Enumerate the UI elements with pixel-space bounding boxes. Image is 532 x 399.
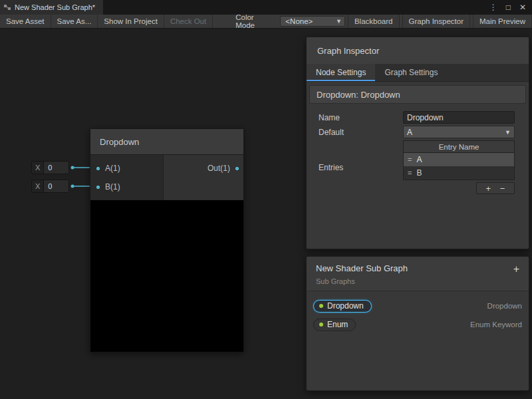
property-type-label: Dropdown <box>487 302 522 310</box>
blackboard-row-enum: Enum Enum Keyword <box>313 315 522 334</box>
chevron-down-icon: ▼ <box>505 129 511 136</box>
default-row: Default A ▼ <box>319 126 515 138</box>
port-b-icon[interactable] <box>96 186 100 189</box>
save-as-button[interactable]: Save As... <box>51 15 98 28</box>
entry-row-a[interactable]: = A <box>404 153 514 166</box>
name-input[interactable] <box>403 111 515 124</box>
property-dot-icon <box>319 304 323 308</box>
port-b-label: B(1) <box>105 182 120 192</box>
color-mode-value: <None> <box>285 17 313 25</box>
blackboard-toggle-button[interactable]: Blackboard <box>348 15 400 28</box>
x-component-label: X <box>32 164 43 172</box>
close-icon[interactable]: ✕ <box>519 3 526 11</box>
input-a-value-field[interactable]: 0 <box>43 162 68 174</box>
edge-endpoint-dot <box>71 166 74 170</box>
node-settings-section-header: Dropdown: Dropdown <box>309 85 526 104</box>
property-name: Enum <box>327 320 348 329</box>
edge-endpoint-dot <box>71 185 74 188</box>
blackboard-row-dropdown: Dropdown Dropdown <box>313 297 522 315</box>
entry-name: B <box>416 168 422 178</box>
property-type-label: Enum Keyword <box>470 321 522 329</box>
section-title-text: Dropdown: Dropdown <box>317 90 400 100</box>
name-label: Name <box>319 113 403 122</box>
node-preview <box>90 200 243 352</box>
entries-label: Entries <box>319 163 403 172</box>
entries-list-header: Entry Name <box>404 141 514 153</box>
drag-handle-icon[interactable]: = <box>408 169 412 177</box>
node-input-column: A(1) B(1) <box>90 155 164 200</box>
entry-row-b[interactable]: = B <box>404 166 514 180</box>
document-tab[interactable]: New Shader Sub Graph* <box>0 0 103 15</box>
check-out-button: Check Out <box>164 15 213 28</box>
port-row-a: A(1) <box>90 159 163 178</box>
property-dot-icon <box>319 323 323 327</box>
input-b-value-widget[interactable]: X 0 <box>31 180 69 193</box>
drag-handle-icon[interactable]: = <box>408 156 412 164</box>
save-asset-button[interactable]: Save Asset <box>0 15 51 28</box>
node-title-bar[interactable]: Dropdown <box>90 129 243 155</box>
inspector-tabs: Node Settings Graph Settings <box>307 64 529 82</box>
port-row-out: Out(1) <box>164 159 243 178</box>
node-body: A(1) B(1) Out(1) <box>90 155 243 200</box>
entries-row: Entries Entry Name = A = B <box>319 140 515 194</box>
blackboard-header: New Shader Sub Graph Sub Graphs + <box>307 257 529 291</box>
toolbar-right-group: Blackboard Graph Inspector Main Preview <box>345 15 532 28</box>
input-a-value-widget[interactable]: X 0 <box>31 161 69 174</box>
graph-toolbar: Save Asset Save As... Show In Project Ch… <box>0 15 532 29</box>
graph-inspector-panel: Graph Inspector Node Settings Graph Sett… <box>306 37 529 249</box>
entries-list-footer: + − <box>476 182 515 194</box>
node-settings-form: Name Default A ▼ Entries Entry Name = <box>307 111 529 194</box>
default-dropdown-value: A <box>407 128 412 137</box>
window-controls: ⋮ □ ✕ <box>489 0 532 15</box>
port-out-label: Out(1) <box>207 164 230 173</box>
property-pill-enum[interactable]: Enum <box>313 319 356 331</box>
shader-graph-asset-icon <box>3 3 11 11</box>
port-a-label: A(1) <box>105 164 120 173</box>
default-label: Default <box>319 128 403 137</box>
add-entry-button[interactable]: + <box>486 184 491 193</box>
port-row-b: B(1) <box>90 178 163 196</box>
main-preview-toggle-button[interactable]: Main Preview <box>473 15 532 28</box>
port-out-icon[interactable] <box>235 167 239 170</box>
blackboard-panel: New Shader Sub Graph Sub Graphs + Dropdo… <box>306 256 529 391</box>
property-pill-dropdown[interactable]: Dropdown <box>313 300 372 313</box>
show-in-project-button[interactable]: Show In Project <box>98 15 164 28</box>
blackboard-title: New Shader Sub Graph <box>316 263 519 273</box>
node-output-column: Out(1) <box>164 155 243 200</box>
entries-list: Entry Name = A = B <box>403 140 515 180</box>
color-mode-dropdown[interactable]: <None> ▼ <box>280 16 345 27</box>
name-row: Name <box>319 111 515 124</box>
shader-graph-window: New Shader Sub Graph* ⋮ □ ✕ Save Asset S… <box>0 0 532 399</box>
tab-graph-settings[interactable]: Graph Settings <box>375 64 447 81</box>
graph-inspector-title-text: Graph Inspector <box>317 46 379 56</box>
graph-inspector-toggle-button[interactable]: Graph Inspector <box>402 15 470 28</box>
input-b-value-field[interactable]: 0 <box>43 180 68 192</box>
graph-inspector-title: Graph Inspector <box>307 37 529 64</box>
add-property-button[interactable]: + <box>513 264 519 275</box>
x-component-label: X <box>32 182 43 190</box>
default-dropdown[interactable]: A ▼ <box>403 126 515 138</box>
entry-name: A <box>416 155 422 164</box>
node-title: Dropdown <box>100 137 139 147</box>
blackboard-items: Dropdown Dropdown Enum Enum Keyword <box>307 291 529 339</box>
window-menu-icon[interactable]: ⋮ <box>489 3 497 11</box>
document-tab-label: New Shader Sub Graph* <box>15 3 95 11</box>
dropdown-node[interactable]: Dropdown A(1) B(1) Out(1) <box>90 128 244 352</box>
color-mode-label: Color Mode <box>230 15 280 28</box>
port-a-icon[interactable] <box>96 167 100 170</box>
maximize-icon[interactable]: □ <box>506 3 511 11</box>
remove-entry-button[interactable]: − <box>500 184 505 193</box>
entries-list-wrap: Entry Name = A = B + − <box>403 140 515 194</box>
chevron-down-icon: ▼ <box>336 18 342 25</box>
blackboard-subtitle: Sub Graphs <box>316 277 519 285</box>
tab-node-settings[interactable]: Node Settings <box>307 64 375 81</box>
title-bar: New Shader Sub Graph* ⋮ □ ✕ <box>0 0 532 15</box>
property-name: Dropdown <box>327 301 364 311</box>
